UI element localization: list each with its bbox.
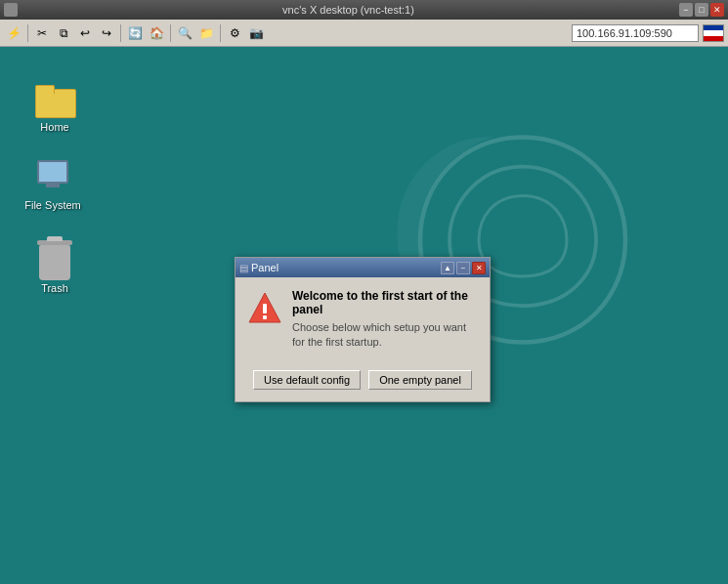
dialog-sub-message: Choose below which setup you want for th… [292, 320, 478, 351]
desktop-icon-trash[interactable]: Trash [20, 237, 90, 298]
toolbar-btn-search[interactable]: 🔍 [175, 23, 194, 43]
filesystem-icon-label: File System [24, 199, 80, 211]
dialog-title: Panel [251, 262, 278, 273]
warning-icon [247, 291, 282, 326]
home-folder-icon [35, 80, 74, 119]
close-button[interactable]: ✕ [710, 3, 724, 17]
panel-dialog: ▤ Panel ▲ − ✕ Welcome to the first start… [235, 257, 491, 402]
minimize-button[interactable]: − [679, 3, 693, 17]
toolbar-separator-3 [170, 24, 171, 42]
trash-shape [39, 245, 70, 280]
use-default-config-button[interactable]: Use default config [253, 370, 361, 390]
vnc-title: vnc's X desktop (vnc-test:1) [18, 4, 679, 16]
one-empty-panel-button[interactable]: One empty panel [368, 370, 472, 390]
dialog-main-message: Welcome to the first start of the panel [292, 289, 478, 316]
warning-icon-container [247, 291, 282, 326]
svg-rect-2 [263, 315, 267, 319]
home-icon-label: Home [40, 121, 68, 133]
dialog-button-row: Use default config One empty panel [236, 362, 490, 401]
toolbar-btn-folder[interactable]: 📁 [196, 23, 216, 43]
dialog-text-area: Welcome to the first start of the panel … [292, 289, 478, 351]
svg-rect-1 [263, 304, 267, 313]
toolbar-btn-refresh[interactable]: 🔄 [125, 23, 145, 43]
toolbar-separator-1 [27, 24, 28, 42]
dialog-titlebar-left: ▤ Panel [239, 262, 278, 273]
filesystem-shape [35, 160, 70, 195]
dialog-body: Welcome to the first start of the panel … [236, 277, 490, 362]
vnc-app-icon [4, 3, 18, 17]
vnc-window-controls: − □ ✕ [679, 3, 724, 17]
trash-icon-label: Trash [41, 282, 68, 294]
desktop-icon-home[interactable]: Home [20, 76, 90, 137]
dialog-titlebar[interactable]: ▤ Panel ▲ − ✕ [236, 258, 490, 277]
toolbar-btn-power[interactable]: ⚡ [4, 23, 23, 43]
toolbar-btn-undo[interactable]: ↩ [75, 23, 95, 43]
toolbar-separator-2 [120, 24, 121, 42]
toolbar-btn-screenshot[interactable]: 📷 [246, 23, 266, 43]
trash-icon-img [35, 241, 74, 280]
maximize-button[interactable]: □ [695, 3, 708, 17]
vnc-titlebar-left [4, 3, 18, 17]
toolbar-btn-home[interactable]: 🏠 [147, 23, 166, 43]
toolbar-btn-settings[interactable]: ⚙ [225, 23, 244, 43]
toolbar-btn-redo[interactable]: ↪ [97, 23, 116, 43]
address-input[interactable] [572, 24, 699, 42]
folder-shape [35, 83, 74, 116]
desktop: Home File System Trash ▤ Panel ▲ − [0, 47, 728, 584]
toolbar-address [572, 24, 724, 42]
toolbar-separator-4 [220, 24, 221, 42]
dialog-up-button[interactable]: ▲ [441, 262, 454, 274]
filesystem-icon-img [33, 158, 72, 197]
filesystem-screen [37, 160, 68, 184]
toolbar-btn-cut[interactable]: ✂ [32, 23, 52, 43]
vnc-titlebar: vnc's X desktop (vnc-test:1) − □ ✕ [0, 0, 728, 20]
dialog-window-controls: ▲ − ✕ [441, 262, 486, 274]
flag-icon [703, 24, 724, 42]
toolbar-btn-copy[interactable]: ⧉ [54, 23, 73, 43]
dialog-minimize-button[interactable]: − [456, 262, 470, 274]
panel-dialog-icon: ▤ [239, 263, 248, 273]
desktop-icon-filesystem[interactable]: File System [18, 154, 88, 215]
toolbar: ⚡ ✂ ⧉ ↩ ↪ 🔄 🏠 🔍 📁 ⚙ 📷 [0, 20, 728, 47]
dialog-close-button[interactable]: ✕ [472, 262, 486, 274]
